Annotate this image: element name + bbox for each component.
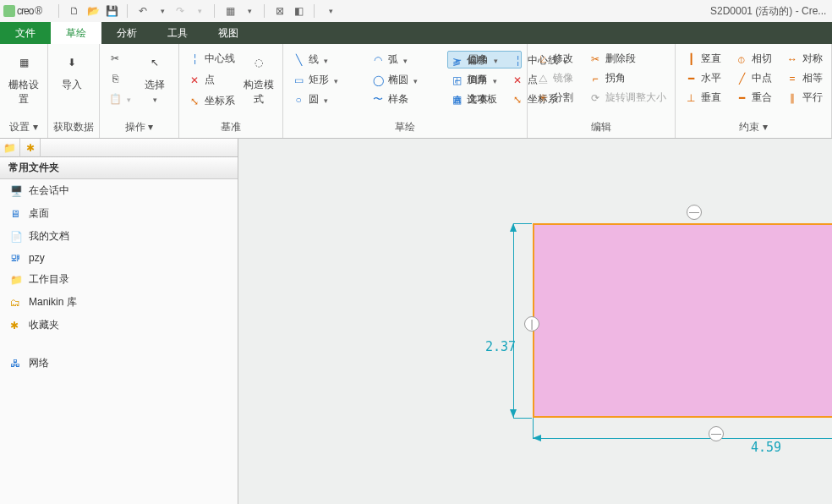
sk-centerline-button[interactable]: ╎中心线	[507, 52, 571, 68]
sketch-rectangle[interactable]	[533, 223, 832, 418]
perp-button[interactable]: ⊥垂直	[681, 90, 725, 106]
circle-button[interactable]: ○圆	[288, 91, 361, 107]
group-label[interactable]: 约束 ▾	[681, 118, 826, 138]
ellipse-button[interactable]: ◯椭圆	[368, 72, 441, 88]
cut-button[interactable]: ✂	[105, 51, 134, 66]
symmetric-icon: ↔	[785, 52, 799, 66]
folder-favorites[interactable]: ✱收藏夹	[0, 314, 238, 337]
csys-button[interactable]: ⤡坐标系	[184, 93, 238, 109]
monitor-icon: 🖥️	[10, 185, 24, 197]
point-icon: ✕	[511, 74, 524, 87]
line-icon: ╲	[292, 53, 305, 67]
quick-access-toolbar: 🗋 📂 💾 ↶ ↷ ▦ ⊠ ◧	[55, 4, 337, 18]
group-label[interactable]: 设置 ▾	[5, 118, 42, 138]
canvas[interactable]: ✛ 2.37 4.59 R 0.45 — ⦶ ⦶ | | —	[238, 139, 832, 504]
constraint-handle[interactable]: —	[709, 426, 724, 441]
sk-csys-button[interactable]: ⤡坐标系	[507, 91, 571, 107]
group-label: 编辑	[533, 118, 670, 138]
folder-workdir[interactable]: 📁工作目录	[0, 268, 238, 291]
line-button[interactable]: ╲线	[288, 51, 361, 68]
vertical-button[interactable]: ┃竖直	[681, 51, 725, 67]
left-panel-tabs: 📁 ✱	[0, 139, 238, 157]
equal-button[interactable]: =相等	[782, 70, 826, 86]
circle-icon: ○	[292, 93, 305, 107]
folder-session[interactable]: 🖥️在会话中	[0, 179, 238, 202]
windows-icon[interactable]: ◧	[292, 4, 305, 18]
thicken-button[interactable]: ◫加厚	[446, 72, 501, 88]
palette-button[interactable]: ▦选项板	[446, 91, 501, 107]
left-panel: 📁 ✱ 常用文件夹 🖥️在会话中 🖥桌面 📄我的文档 🖳pzy 📁工作目录 🗂M…	[0, 139, 238, 504]
folder-mydocs[interactable]: 📄我的文档	[0, 225, 238, 248]
folder-manikin[interactable]: 🗂Manikin 库	[0, 291, 238, 314]
point-button[interactable]: ✕点	[184, 72, 238, 88]
folder-icon: 📁	[10, 274, 24, 286]
library-icon: 🗂	[10, 297, 24, 309]
workspace: 📁 ✱ 常用文件夹 🖥️在会话中 🖥桌面 📄我的文档 🖳pzy 📁工作目录 🗂M…	[0, 139, 832, 504]
horizontal-button[interactable]: ━水平	[681, 70, 725, 86]
undo-icon[interactable]: ↶	[136, 4, 150, 18]
perpendicular-icon: ⊥	[684, 91, 698, 105]
tab-analysis[interactable]: 分析	[101, 22, 152, 44]
horizontal-icon: ━	[684, 72, 698, 85]
constraint-handle[interactable]: |	[524, 316, 539, 331]
delete-seg-icon: ✂	[588, 52, 602, 66]
cursor-icon: ↖	[143, 51, 167, 74]
construct-mode-button[interactable]: ◌ 构造模式	[240, 47, 277, 109]
folder-desktop[interactable]: 🖥桌面	[0, 202, 238, 225]
midpoint-icon: ╱	[735, 72, 748, 85]
arc-button[interactable]: ◠弧	[368, 51, 441, 68]
folder-pzy[interactable]: 🖳pzy	[0, 248, 238, 268]
group-sketch: ╲线 ◠弧 ⌐圆角 ▭矩形 ◯椭圆 ⌐倒角 ○圆 〜样条 A文本 ⫺偏移 ╎中心…	[283, 44, 528, 138]
group-label: 草绘	[288, 118, 522, 138]
centerline-icon: ╎	[511, 54, 524, 68]
rect-button[interactable]: ▭矩形	[288, 72, 361, 88]
close-window-icon[interactable]: ⊠	[273, 4, 287, 18]
ribbon: ▦ 栅格设置 设置 ▾ ⬇ 导入 获取数据 ✂ ⎘ 📋 ↖ 选择 ▾	[0, 44, 832, 139]
group-datum: ╎中心线 ✕点 ⤡坐标系 ◌ 构造模式 基准	[179, 44, 283, 138]
grid-settings-button[interactable]: ▦ 栅格设置	[5, 47, 42, 107]
app-logo: creo®	[3, 5, 41, 17]
tab-view[interactable]: 视图	[203, 22, 254, 44]
select-button[interactable]: ↖ 选择 ▾	[136, 47, 173, 107]
tab-tools[interactable]: 工具	[152, 22, 203, 44]
tab-file[interactable]: 文件	[0, 22, 51, 44]
mirror-button: ⧋镜像	[533, 70, 577, 86]
title-bar: creo® 🗋 📂 💾 ↶ ↷ ▦ ⊠ ◧ S2D0001 (活动的) - Cr…	[0, 0, 832, 22]
qat-customize[interactable]	[323, 4, 337, 18]
offset-button[interactable]: ⫺偏移	[446, 52, 501, 68]
group-label: 获取数据	[53, 118, 94, 138]
tab-fav-icon[interactable]: ✱	[20, 139, 41, 157]
delseg-button[interactable]: ✂删除段	[585, 51, 670, 67]
regen-icon[interactable]: ▦	[223, 4, 237, 18]
constraint-handle[interactable]: —	[687, 205, 702, 220]
spline-button[interactable]: 〜样条	[368, 91, 441, 107]
sym-button[interactable]: ↔对称	[782, 51, 826, 67]
tangent-icon: ⦶	[735, 52, 748, 66]
group-label[interactable]: 操作 ▾	[105, 118, 173, 138]
ellipse-icon: ◯	[371, 74, 385, 87]
centerline-button[interactable]: ╎中心线	[184, 51, 238, 67]
paste-button: 📋	[105, 91, 134, 107]
height-dimension[interactable]: 2.37	[485, 339, 516, 354]
copy-button[interactable]: ⎘	[105, 71, 134, 86]
regen-dropdown[interactable]	[242, 4, 255, 18]
open-icon[interactable]: 📂	[86, 4, 100, 18]
tangent-button[interactable]: ⦶相切	[731, 51, 775, 67]
coincident-button[interactable]: ━重合	[731, 90, 775, 106]
offset-icon: ⫺	[450, 54, 463, 68]
construct-icon: ◌	[247, 51, 271, 74]
folder-network[interactable]: 🖧网络	[0, 352, 238, 375]
logo-text: creo	[17, 5, 33, 17]
save-icon[interactable]: 💾	[105, 4, 118, 18]
midpoint-button[interactable]: ╱中点	[731, 70, 775, 86]
corner-button[interactable]: ⌐拐角	[585, 70, 670, 86]
tab-folders-icon[interactable]: 📁	[0, 139, 20, 157]
width-dimension[interactable]: 4.59	[751, 440, 781, 455]
import-icon: ⬇	[60, 51, 84, 74]
import-button[interactable]: ⬇ 导入	[53, 47, 90, 92]
undo-dropdown[interactable]	[155, 4, 168, 18]
new-icon[interactable]: 🗋	[68, 4, 81, 18]
point-icon: ✕	[188, 74, 201, 87]
parallel-button[interactable]: ∥平行	[782, 90, 826, 106]
tab-sketch[interactable]: 草绘	[51, 22, 101, 44]
